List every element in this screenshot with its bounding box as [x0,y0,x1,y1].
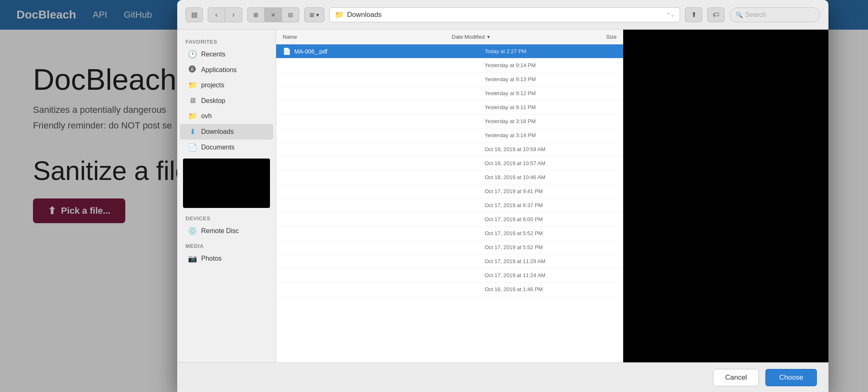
group-by-button[interactable]: ⊞ ▾ [304,7,324,22]
table-row[interactable]: Yesterday at 9:13 PM [276,72,623,86]
applications-icon: 🅐 [188,65,197,74]
table-row[interactable]: Yesterday at 9:14 PM [276,58,623,72]
back-button[interactable]: ‹ [208,7,225,22]
table-row[interactable]: Oct 17, 2019 at 6:37 PM [276,198,623,212]
sidebar-item-recents[interactable]: 🕐 Recents [180,47,273,62]
table-row[interactable]: Oct 17, 2019 at 5:52 PM [276,226,623,240]
file-date: Yesterday at 9:14 PM [485,62,617,68]
share-icon: ⬆ [691,11,697,19]
media-label: Media [177,239,276,251]
sidebar-desktop-label: Desktop [201,97,225,105]
search-box[interactable]: 🔍 Search [730,7,820,22]
file-date: Yesterday at 9:11 PM [485,104,617,110]
file-list-header: Name Date Modified ▾ Size [276,30,623,44]
view-column-button[interactable]: ⊟ [282,7,299,22]
location-chevron-icon: ⌃⌄ [666,12,675,18]
table-row[interactable]: Oct 17, 2019 at 11:29 AM [276,254,623,268]
sidebar-item-applications[interactable]: 🅐 Applications [180,62,273,77]
col-size-header: Size [584,34,617,40]
file-dialog: ▤ ‹ › ⊞ ≡ ⊟ ⊞ ▾ 📁 Downloa [177,0,828,392]
file-date: Yesterday at 3:18 PM [485,118,617,124]
recents-icon: 🕐 [188,50,197,59]
choose-button[interactable]: Choose [765,369,817,386]
col-date-label: Date Modified [452,34,485,40]
sidebar-toggle-button[interactable]: ▤ [185,7,203,22]
sidebar-item-remote-disc[interactable]: 💿 Remote Disc [180,223,273,239]
table-row[interactable]: Oct 17, 2019 at 11:24 AM [276,268,623,282]
view-list-sym: ≡ [271,12,274,18]
dialog-body: Favorites 🕐 Recents 🅐 Applications 📁 pro… [177,30,828,362]
file-date: Oct 18, 2019 at 10:59 AM [485,146,617,152]
cancel-button[interactable]: Cancel [713,369,759,386]
sidebar-applications-label: Applications [201,66,237,74]
file-date: Oct 17, 2019 at 6:37 PM [485,202,617,208]
view-column-sym: ⊟ [288,12,293,18]
search-icon: 🔍 [736,12,743,18]
file-pdf-icon: 📄 [283,47,291,55]
share-button[interactable]: ⬆ [685,7,702,22]
table-row[interactable]: Oct 18, 2019 at 10:59 AM [276,142,623,156]
sidebar-item-desktop[interactable]: 🖥 Desktop [180,93,273,108]
table-row[interactable]: Yesterday at 9:12 PM [276,86,623,100]
table-row[interactable]: Yesterday at 9:11 PM [276,100,623,114]
col-date-header: Date Modified ▾ [452,34,584,40]
view-icon-sym: ⊞ [253,12,258,18]
group-icon: ⊞ [310,12,314,18]
location-bar[interactable]: 📁 Downloads ⌃⌄ [329,7,680,22]
forward-button[interactable]: › [225,7,242,22]
sidebar-downloads-label: Downloads [201,128,234,135]
tag-button[interactable]: 🏷 [707,7,725,22]
nav-buttons: ‹ › [208,7,242,22]
view-list-button[interactable]: ≡ [265,7,282,22]
back-icon: ‹ [215,11,217,19]
favorites-label: Favorites [177,35,276,47]
sidebar-item-documents[interactable]: 📄 Documents [180,140,273,155]
downloads-icon: ⬇ [188,127,197,136]
sidebar-toggle-icon: ▤ [191,11,197,19]
col-date-chevron: ▾ [487,34,490,40]
sidebar-item-downloads[interactable]: ⬇ Downloads [180,124,273,140]
file-date: Oct 17, 2019 at 9:41 PM [485,188,617,194]
ovh-icon: 📁 [188,112,197,121]
photos-icon: 📷 [188,254,197,263]
table-row[interactable]: Oct 18, 2019 at 10:57 AM [276,156,623,170]
dialog-footer: Cancel Choose [177,362,828,392]
table-row[interactable]: 📄 MA-006_.pdf Today at 2:27 PM [276,44,623,58]
desktop-icon: 🖥 [188,96,197,105]
remote-disc-icon: 💿 [188,226,197,236]
devices-label: Devices [177,211,276,223]
table-row[interactable]: Oct 17, 2019 at 6:00 PM [276,212,623,226]
col-name-header: Name [283,34,452,40]
file-date: Oct 16, 2019 at 1:46 PM [485,286,617,292]
sidebar-recents-label: Recents [201,51,225,58]
sidebar-item-projects[interactable]: 📁 projects [180,77,273,93]
file-date: Oct 17, 2019 at 11:29 AM [485,258,617,264]
sidebar-projects-label: projects [201,82,224,89]
table-row[interactable]: Yesterday at 3:14 PM [276,128,623,142]
view-icon-button[interactable]: ⊞ [247,7,265,22]
dialog-toolbar: ▤ ‹ › ⊞ ≡ ⊟ ⊞ ▾ 📁 Downloa [177,0,828,30]
file-date: Yesterday at 9:13 PM [485,76,617,82]
table-row[interactable]: Yesterday at 3:18 PM [276,114,623,128]
sidebar-item-photos[interactable]: 📷 Photos [180,251,273,266]
file-date: Oct 17, 2019 at 6:00 PM [485,216,617,222]
sidebar: Favorites 🕐 Recents 🅐 Applications 📁 pro… [177,30,276,362]
table-row[interactable]: Oct 16, 2019 at 1:46 PM [276,282,623,296]
sidebar-photos-label: Photos [201,255,222,262]
search-placeholder: Search [745,11,766,19]
file-date: Oct 17, 2019 at 11:24 AM [485,272,617,278]
table-row[interactable]: Oct 17, 2019 at 9:41 PM [276,184,623,198]
table-row[interactable]: Oct 17, 2019 at 5:52 PM [276,240,623,254]
file-name: MA-006_.pdf [294,48,485,55]
tag-icon: 🏷 [713,11,719,19]
group-chevron: ▾ [316,12,319,18]
sidebar-documents-label: Documents [201,144,235,151]
file-date: Today at 2:27 PM [485,48,617,54]
file-list-area: Name Date Modified ▾ Size 📄 MA-006_.pdf … [276,30,623,362]
table-row[interactable]: Oct 18, 2019 at 10:46 AM [276,170,623,184]
location-folder-icon: 📁 [335,10,344,19]
sidebar-item-ovh[interactable]: 📁 ovh [180,108,273,124]
view-controls: ⊞ ≡ ⊟ [247,7,299,22]
documents-icon: 📄 [188,143,197,152]
file-date: Oct 18, 2019 at 10:57 AM [485,160,617,166]
